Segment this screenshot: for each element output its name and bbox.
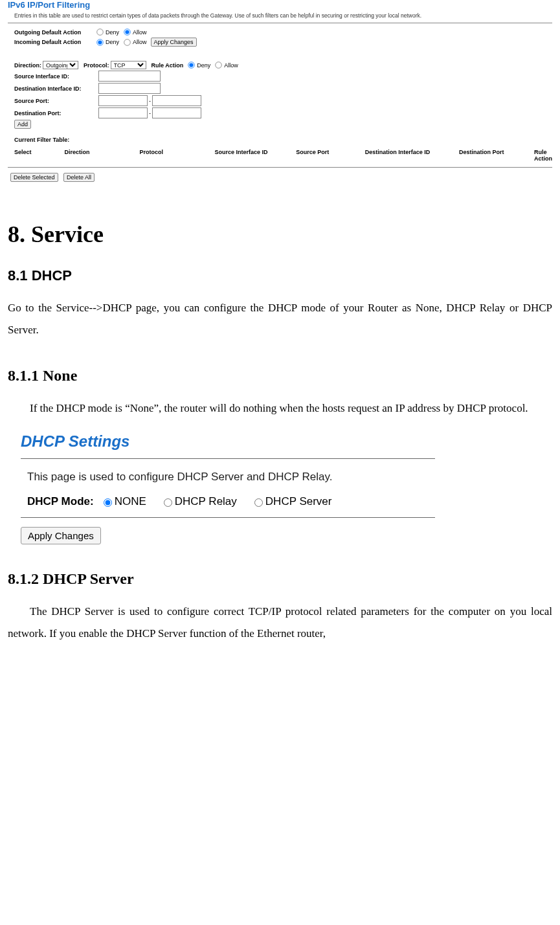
dhcp-mode-relay-label: DHCP Relay [175, 495, 237, 508]
dhcp-mode-label: DHCP Mode: [27, 495, 94, 508]
ipv6-filter-panel: IPv6 IP/Port Filtering Entries in this t… [8, 0, 552, 182]
dhcp-title: DHCP Settings [21, 432, 435, 454]
apply-changes-button[interactable]: Apply Changes [151, 38, 197, 47]
heading-8-1-2-server: 8.1.2 DHCP Server [8, 570, 552, 588]
dst-if-input[interactable] [98, 83, 161, 94]
src-port-to-input[interactable] [152, 95, 201, 106]
dst-port-label: Destination Port: [14, 110, 98, 117]
src-port-label: Source Port: [14, 98, 98, 104]
deny-label-2: Deny [106, 39, 119, 45]
dhcp-desc: This page is used to configure DHCP Serv… [27, 471, 435, 484]
para-none: If the DHCP mode is “None”, the router w… [8, 397, 552, 419]
th-rule-action: Rule Action [534, 149, 552, 162]
dhcp-divider-2 [21, 517, 435, 518]
incoming-deny-radio[interactable] [96, 39, 103, 45]
panel-desc: Entries in this table are used to restri… [8, 11, 552, 23]
dst-port-from-input[interactable] [98, 107, 148, 118]
rule-allow-radio[interactable] [216, 61, 222, 68]
current-filter-table-label: Current Filter Table: [14, 137, 69, 143]
incoming-default-label: Incoming Default Action [14, 39, 92, 45]
dhcp-mode-relay-radio[interactable] [164, 498, 172, 507]
heading-8-service: 8. Service [8, 221, 552, 248]
para-server: The DHCP Server is used to configure cor… [8, 601, 552, 645]
dhcp-settings-panel: DHCP Settings This page is used to confi… [21, 432, 435, 544]
src-if-input[interactable] [98, 71, 161, 82]
dash-1: - [148, 98, 152, 104]
th-dst-port: Destination Port [459, 149, 534, 162]
direction-label: Direction: [14, 62, 41, 69]
dst-port-to-input[interactable] [152, 107, 201, 118]
rule-deny-radio[interactable] [188, 61, 194, 68]
allow-label-2: Allow [133, 39, 147, 45]
dhcp-mode-none-label: NONE [115, 495, 146, 508]
th-select: Select [14, 149, 64, 162]
divider [8, 167, 552, 168]
th-protocol: Protocol [139, 149, 214, 162]
outgoing-allow-radio[interactable] [124, 28, 130, 35]
allow-label: Allow [133, 29, 147, 36]
dhcp-mode-server-label: DHCP Server [265, 495, 332, 508]
th-direction: Direction [64, 149, 139, 162]
add-button[interactable]: Add [14, 120, 31, 129]
th-src-if: Source Interface ID [215, 149, 297, 162]
rule-deny-label: Deny [197, 62, 210, 69]
outgoing-deny-radio[interactable] [96, 28, 103, 35]
heading-8-1-dhcp: 8.1 DHCP [8, 267, 552, 284]
deny-label: Deny [106, 29, 119, 36]
rule-action-label: Rule Action [151, 62, 184, 69]
incoming-allow-radio[interactable] [124, 39, 130, 45]
th-dst-if: Destination Interface ID [365, 149, 459, 162]
outgoing-default-label: Outgoing Default Action [14, 29, 92, 36]
dash-2: - [148, 110, 152, 117]
src-if-label: Source Interface ID: [14, 73, 98, 80]
dhcp-mode-server-radio[interactable] [254, 498, 263, 507]
direction-select[interactable]: Outgoing [43, 61, 78, 69]
dhcp-divider-1 [21, 458, 435, 459]
src-port-from-input[interactable] [98, 95, 148, 106]
delete-all-button[interactable]: Delete All [63, 173, 95, 182]
protocol-select[interactable]: TCP [111, 61, 146, 69]
dhcp-mode-none-radio[interactable] [104, 498, 112, 507]
protocol-label: Protocol: [84, 62, 109, 69]
para-dhcp-intro: Go to the Service-->DHCP page, you can c… [8, 297, 552, 341]
delete-selected-button[interactable]: Delete Selected [10, 173, 58, 182]
panel-title: IPv6 IP/Port Filtering [8, 0, 552, 11]
dhcp-apply-button[interactable]: Apply Changes [21, 527, 101, 544]
th-src-port: Source Port [296, 149, 364, 162]
filter-table-header: Select Direction Protocol Source Interfa… [8, 146, 552, 164]
rule-allow-label: Allow [224, 62, 238, 69]
dst-if-label: Destination Interface ID: [14, 85, 98, 92]
heading-8-1-1-none: 8.1.1 None [8, 367, 552, 384]
